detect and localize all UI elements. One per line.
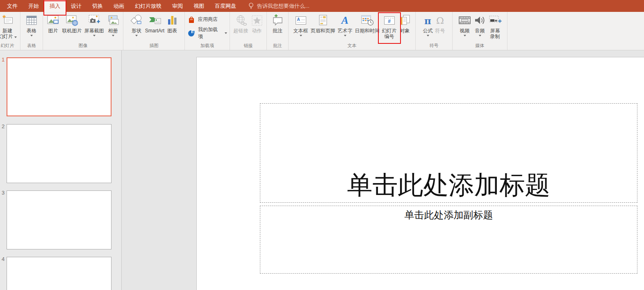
action-button[interactable]: 动作: [250, 13, 264, 42]
wordart-label: 艺术字: [338, 28, 353, 34]
dropdown-arrow-icon: [464, 35, 466, 36]
subtitle-placeholder[interactable]: 单击此处添加副标题: [260, 206, 637, 274]
audio-label: 音频: [475, 28, 485, 34]
chart-label: 图表: [167, 28, 177, 34]
group-label-tables: 表格: [20, 43, 43, 50]
new-slide-button[interactable]: 新建 幻灯片: [0, 13, 18, 42]
photo-album-icon: [107, 13, 120, 28]
dropdown-arrow-icon: [30, 35, 33, 36]
slide-thumbnail-3[interactable]: [7, 190, 112, 249]
subtitle-placeholder-text: 单击此处添加副标题: [405, 206, 493, 222]
video-button[interactable]: 视频: [457, 13, 473, 42]
audio-icon: [474, 13, 486, 28]
tab-baidu-netdisk[interactable]: 百度网盘: [209, 0, 241, 12]
dropdown-arrow-icon: [479, 35, 481, 36]
slide-canvas: 单击此处添加标题 单击此处添加副标题: [196, 57, 644, 290]
textbox-button[interactable]: A 文本框: [292, 13, 309, 42]
group-label-symbols: 符号: [416, 43, 452, 50]
tab-view[interactable]: 视图: [188, 0, 209, 12]
chart-icon: [167, 13, 177, 28]
hyperlink-button[interactable]: 超链接: [232, 13, 250, 42]
comment-icon: [271, 13, 284, 28]
new-slide-icon: [1, 13, 14, 28]
datetime-label: 日期和时间: [355, 28, 380, 34]
wordart-icon: A: [341, 14, 348, 27]
online-picture-button[interactable]: 联机图片: [61, 13, 83, 42]
group-label-text: 文本: [289, 43, 415, 50]
action-icon: [251, 13, 263, 28]
shapes-icon: [130, 13, 143, 28]
hyperlink-label: 超链接: [234, 28, 248, 34]
dropdown-arrow-icon: [112, 35, 114, 36]
ribbon-group-comments: 批注 批注: [267, 12, 289, 50]
slide-number-3: 3: [2, 190, 7, 196]
tab-home[interactable]: 开始: [23, 0, 44, 12]
tab-slideshow[interactable]: 幻灯片放映: [130, 0, 167, 12]
symbol-button[interactable]: Ω 符号: [434, 13, 446, 42]
slide-number-button[interactable]: # 幻灯片 编号: [381, 13, 398, 42]
tab-animations[interactable]: 动画: [108, 0, 130, 12]
screenshot-icon: [88, 13, 101, 28]
smartart-icon: [148, 13, 162, 28]
audio-button[interactable]: 音频: [473, 13, 487, 42]
comment-button[interactable]: 批注: [270, 13, 285, 42]
tab-transitions[interactable]: 切换: [87, 0, 108, 12]
slide-number-2: 2: [2, 123, 7, 129]
my-addins-button[interactable]: 我的加载项: [187, 26, 227, 40]
ribbon-group-symbols: π 公式 Ω 符号 符号: [416, 12, 453, 50]
header-footer-label: 页眉和页脚: [311, 28, 335, 34]
dropdown-arrow-icon: [225, 32, 227, 34]
group-label-images: 图像: [43, 43, 123, 50]
ribbon-group-media: 视频 音频 屏幕 录制 媒体: [453, 12, 507, 50]
hyperlink-icon: [234, 13, 248, 28]
photo-album-button[interactable]: 相册: [105, 13, 121, 42]
slide-thumbnails-panel: 1 2 3 4: [0, 50, 122, 290]
group-label-comments: 批注: [267, 43, 288, 50]
group-label-addins: 加载项: [185, 43, 230, 50]
dropdown-arrow-icon: [14, 36, 17, 38]
tellme-label: 告诉我您想要做什么...: [257, 2, 309, 10]
slide-editor-area: 单击此处添加标题 单击此处添加副标题: [122, 50, 644, 290]
header-footer-button[interactable]: 页眉和页脚: [309, 13, 337, 42]
tab-file[interactable]: 文件: [2, 0, 23, 12]
dropdown-arrow-icon: [93, 35, 96, 36]
slide-thumbnail-4[interactable]: [7, 257, 112, 290]
slide-number-label-line1: 幻灯片: [382, 28, 397, 34]
chart-button[interactable]: 图表: [166, 13, 179, 42]
header-footer-icon: [318, 13, 328, 28]
datetime-button[interactable]: 日期和时间: [354, 13, 381, 42]
tellme-search[interactable]: 告诉我您想要做什么...: [248, 0, 309, 12]
shapes-button[interactable]: 形状: [129, 13, 144, 42]
screen-record-button[interactable]: 屏幕 录制: [487, 13, 503, 42]
action-label: 动作: [252, 28, 262, 34]
textbox-label: 文本框: [294, 28, 308, 34]
app-store-button[interactable]: 应用商店: [187, 15, 218, 24]
object-button[interactable]: 对象: [398, 13, 412, 42]
slide-thumbnail-1[interactable]: [7, 57, 112, 116]
online-picture-icon: [66, 13, 79, 28]
smartart-button[interactable]: SmartArt: [144, 13, 166, 42]
slide-thumbnail-2[interactable]: [7, 124, 112, 183]
my-addins-icon: [187, 29, 196, 37]
tab-design[interactable]: 设计: [66, 0, 87, 12]
tab-insert[interactable]: 插入: [44, 0, 66, 12]
screen-record-label-line1: 屏幕: [490, 28, 500, 34]
dropdown-arrow-icon: [344, 35, 346, 36]
ribbon-group-links: 超链接 动作 链接: [230, 12, 267, 50]
tab-insert-label: 插入: [50, 3, 60, 9]
tab-review[interactable]: 审阅: [167, 0, 188, 12]
title-placeholder[interactable]: 单击此处添加标题: [260, 103, 637, 203]
slide-number-label-line2: 编号: [385, 34, 394, 39]
dropdown-arrow-icon: [135, 35, 138, 36]
video-icon: [458, 13, 471, 28]
shapes-label: 形状: [132, 28, 141, 34]
equation-button[interactable]: π 公式: [422, 13, 434, 42]
screenshot-label: 屏幕截图: [84, 28, 104, 34]
symbol-icon: Ω: [436, 15, 444, 26]
ribbon-group-images: 图片 联机图片 屏幕截图 相册: [43, 12, 123, 50]
dropdown-arrow-icon: [300, 35, 302, 36]
table-button[interactable]: 表格: [25, 13, 39, 42]
screenshot-button[interactable]: 屏幕截图: [83, 13, 105, 42]
picture-button[interactable]: 图片: [46, 13, 61, 42]
wordart-button[interactable]: A 艺术字: [337, 13, 354, 42]
